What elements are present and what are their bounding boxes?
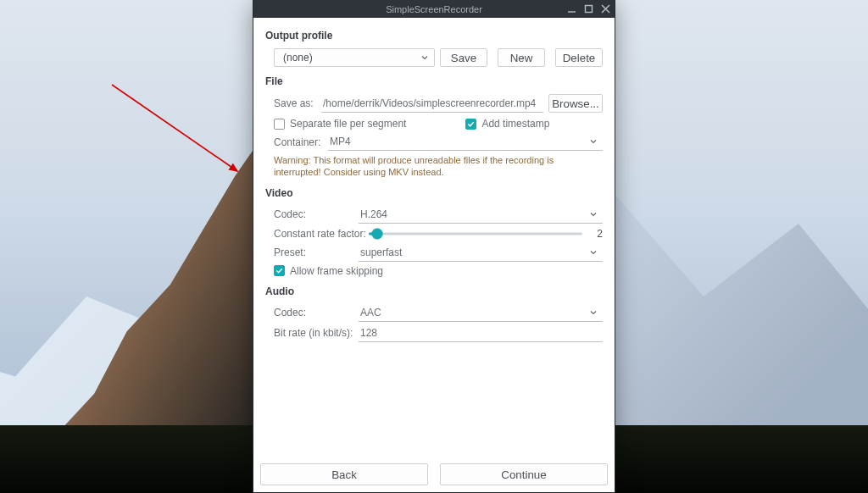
window-close-button[interactable] bbox=[599, 3, 611, 15]
preset-value: superfast bbox=[360, 246, 402, 258]
chevron-down-icon bbox=[590, 211, 597, 218]
continue-button[interactable]: Continue bbox=[440, 463, 608, 485]
preset-label: Preset: bbox=[274, 246, 359, 258]
chevron-down-icon bbox=[421, 54, 428, 61]
crf-value: 2 bbox=[587, 228, 603, 240]
crf-slider[interactable] bbox=[369, 226, 582, 241]
output-profile-heading: Output profile bbox=[265, 30, 603, 42]
profile-new-button[interactable]: New bbox=[498, 48, 545, 67]
audio-codec-value: AAC bbox=[360, 307, 381, 319]
chevron-down-icon bbox=[590, 309, 597, 316]
allow-frame-skipping-label: Allow frame skipping bbox=[290, 265, 383, 277]
window-maximize-button[interactable] bbox=[582, 3, 594, 15]
profile-dropdown-value: (none) bbox=[283, 52, 313, 64]
bitrate-label: Bit rate (in kbit/s): bbox=[274, 327, 359, 339]
preset-dropdown[interactable]: superfast bbox=[359, 244, 603, 262]
video-codec-value: H.264 bbox=[360, 208, 387, 220]
chevron-down-icon bbox=[590, 138, 597, 145]
dialog-footer: Back Continue bbox=[253, 458, 615, 492]
save-as-label: Save as: bbox=[274, 97, 321, 109]
window-title: SimpleScreenRecorder bbox=[386, 4, 482, 14]
container-value: MP4 bbox=[330, 136, 351, 147]
allow-frame-skipping-checkbox[interactable]: Allow frame skipping bbox=[274, 265, 383, 277]
svg-rect-2 bbox=[585, 6, 592, 13]
audio-codec-label: Codec: bbox=[274, 307, 359, 319]
container-warning: Warning: This format will produce unread… bbox=[265, 154, 603, 179]
audio-codec-dropdown[interactable]: AAC bbox=[359, 304, 603, 322]
window-minimize-button[interactable] bbox=[565, 3, 577, 15]
video-heading: Video bbox=[265, 187, 603, 199]
chevron-down-icon bbox=[590, 249, 597, 256]
titlebar[interactable]: SimpleScreenRecorder bbox=[253, 0, 615, 18]
file-heading: File bbox=[265, 75, 603, 87]
add-timestamp-checkbox[interactable]: Add timestamp bbox=[465, 118, 549, 130]
audio-heading: Audio bbox=[265, 285, 603, 297]
video-codec-label: Codec: bbox=[274, 208, 359, 220]
output-settings-dialog: SimpleScreenRecorder Output profile (non… bbox=[253, 0, 615, 493]
container-label: Container: bbox=[274, 136, 328, 148]
browse-button[interactable]: Browse... bbox=[548, 94, 603, 113]
separate-file-label: Separate file per segment bbox=[290, 118, 406, 130]
back-button[interactable]: Back bbox=[260, 463, 428, 485]
container-dropdown[interactable]: MP4 bbox=[328, 133, 603, 151]
profile-save-button[interactable]: Save bbox=[440, 48, 487, 67]
bitrate-input[interactable] bbox=[359, 324, 603, 342]
profile-delete-button[interactable]: Delete bbox=[555, 48, 603, 67]
add-timestamp-label: Add timestamp bbox=[481, 118, 549, 130]
save-as-input[interactable] bbox=[321, 95, 543, 113]
separate-file-checkbox[interactable]: Separate file per segment bbox=[274, 118, 406, 130]
crf-label: Constant rate factor: bbox=[274, 228, 369, 240]
profile-dropdown[interactable]: (none) bbox=[274, 48, 435, 67]
video-codec-dropdown[interactable]: H.264 bbox=[359, 206, 603, 224]
